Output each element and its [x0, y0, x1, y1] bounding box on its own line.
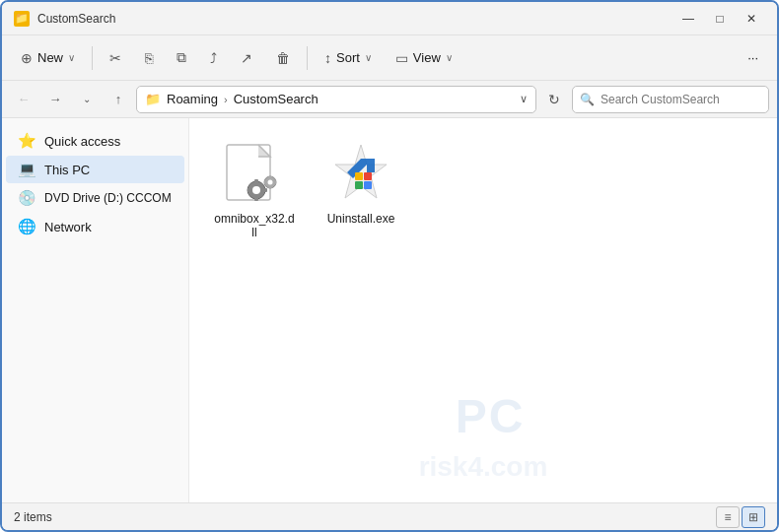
- svg-rect-12: [273, 180, 276, 184]
- path-dropdown-button[interactable]: ∨: [520, 93, 528, 105]
- refresh-button[interactable]: ↻: [540, 86, 568, 113]
- new-label: New: [37, 50, 63, 65]
- svg-rect-17: [355, 181, 363, 189]
- svg-point-2: [252, 186, 260, 194]
- window-title: CustomSearch: [37, 12, 115, 26]
- cut-icon: ✂: [109, 50, 121, 66]
- search-icon: 🔍: [580, 93, 595, 106]
- recent-locations-button[interactable]: ⌄: [73, 86, 101, 113]
- file-item-exe[interactable]: Uninstall.exe: [312, 134, 410, 248]
- new-plus-icon: ⊕: [21, 50, 33, 66]
- new-button[interactable]: ⊕ New ∨: [10, 42, 86, 74]
- address-path[interactable]: 📁 Roaming › CustomSearch ∨: [136, 86, 536, 113]
- svg-rect-18: [364, 181, 372, 189]
- share-button[interactable]: ↗: [230, 42, 263, 74]
- path-segment-roaming: Roaming: [167, 92, 218, 106]
- delete-icon: 🗑: [276, 50, 290, 66]
- svg-rect-9: [268, 176, 272, 179]
- main-area: ⭐ Quick access 💻 This PC 💿 DVD Drive (D:…: [2, 118, 777, 502]
- svg-rect-6: [263, 188, 267, 192]
- title-bar-left: 📁 CustomSearch: [14, 11, 115, 27]
- sidebar-label-dvd-drive: DVD Drive (D:) CCCOM: [44, 191, 172, 205]
- file-area: PC risk4.com: [189, 118, 777, 502]
- path-segment-customsearch: CustomSearch: [234, 92, 319, 106]
- view-chevron-icon: ∨: [446, 52, 453, 63]
- up-button[interactable]: ↑: [105, 86, 132, 113]
- file-item-dll[interactable]: omnibox_x32.dll: [205, 134, 304, 248]
- separator-1: [92, 46, 93, 70]
- exe-file-icon: [329, 143, 392, 206]
- share-icon: ↗: [241, 50, 252, 66]
- svg-point-8: [268, 180, 273, 185]
- delete-button[interactable]: 🗑: [265, 42, 301, 74]
- sidebar-item-this-pc[interactable]: 💻 This PC: [6, 156, 184, 183]
- maximize-button[interactable]: □: [706, 8, 734, 30]
- sidebar: ⭐ Quick access 💻 This PC 💿 DVD Drive (D:…: [2, 118, 189, 502]
- svg-rect-11: [264, 180, 267, 184]
- more-label: ···: [747, 50, 758, 65]
- view-label: View: [413, 50, 441, 65]
- view-button[interactable]: ▭ View ∨: [385, 42, 463, 74]
- sidebar-label-quick-access: Quick access: [44, 134, 120, 149]
- path-arrow-1: ›: [224, 94, 228, 105]
- window-folder-icon: 📁: [14, 11, 30, 27]
- separator-2: [307, 46, 308, 70]
- search-wrapper: 🔍: [572, 86, 769, 113]
- quick-access-icon: ⭐: [18, 132, 36, 150]
- watermark-url: risk4.com: [419, 451, 548, 483]
- sidebar-label-this-pc: This PC: [44, 163, 90, 177]
- dvd-drive-icon: 💿: [18, 189, 36, 207]
- this-pc-icon: 💻: [18, 161, 36, 178]
- title-bar: 📁 CustomSearch — □ ✕: [2, 2, 777, 35]
- sort-label: Sort: [336, 50, 360, 65]
- title-bar-controls: — □ ✕: [674, 8, 765, 30]
- search-input[interactable]: [572, 86, 769, 113]
- move-icon: ⤴: [210, 50, 217, 66]
- exe-icon-svg: [329, 143, 392, 206]
- exe-file-name: Uninstall.exe: [327, 212, 395, 226]
- cut-button[interactable]: ✂: [99, 42, 132, 74]
- svg-rect-10: [268, 185, 272, 188]
- sidebar-label-network: Network: [44, 220, 92, 234]
- watermark-pc: PC: [456, 389, 526, 443]
- forward-button[interactable]: →: [41, 86, 69, 113]
- svg-rect-16: [364, 172, 372, 180]
- svg-rect-3: [254, 179, 258, 183]
- address-bar: ← → ⌄ ↑ 📁 Roaming › CustomSearch ∨ ↻ 🔍: [2, 81, 777, 118]
- svg-marker-13: [335, 145, 387, 198]
- sort-chevron-icon: ∨: [365, 52, 372, 63]
- close-button[interactable]: ✕: [738, 8, 765, 30]
- more-button[interactable]: ···: [737, 42, 769, 74]
- network-icon: 🌐: [18, 218, 36, 235]
- item-count: 2 items: [14, 510, 52, 524]
- copy-icon: ⎘: [145, 50, 153, 66]
- dll-icon-svg: [225, 143, 284, 206]
- sidebar-item-network[interactable]: 🌐 Network: [6, 213, 184, 240]
- view-toggle-buttons: ≡ ⊞: [716, 506, 765, 528]
- sidebar-item-quick-access[interactable]: ⭐ Quick access: [6, 127, 184, 155]
- copy-button[interactable]: ⎘: [134, 42, 164, 74]
- view-icon: ▭: [395, 50, 408, 66]
- dll-file-icon: [223, 143, 286, 206]
- sidebar-item-dvd-drive[interactable]: 💿 DVD Drive (D:) CCCOM: [6, 184, 184, 212]
- dll-file-name: omnibox_x32.dll: [214, 212, 295, 239]
- files-grid: omnibox_x32.dll: [205, 134, 761, 248]
- svg-rect-15: [355, 172, 363, 180]
- sort-icon: ↕: [324, 50, 331, 66]
- sort-button[interactable]: ↕ Sort ∨: [314, 42, 383, 74]
- grid-view-button[interactable]: ⊞: [742, 506, 765, 528]
- paste-button[interactable]: ⧉: [166, 42, 197, 74]
- status-bar: 2 items ≡ ⊞: [2, 502, 777, 530]
- svg-rect-5: [248, 188, 251, 192]
- paste-icon: ⧉: [177, 49, 186, 66]
- list-view-button[interactable]: ≡: [716, 506, 740, 528]
- minimize-button[interactable]: —: [674, 8, 702, 30]
- toolbar: ⊕ New ∨ ✂ ⎘ ⧉ ⤴ ↗ 🗑 ↕ Sort ∨ ▭: [2, 35, 777, 81]
- svg-rect-4: [254, 197, 258, 201]
- window: 📁 CustomSearch — □ ✕ ⊕ New ∨ ✂ ⎘ ⧉ ⤴: [0, 0, 779, 532]
- new-chevron-icon: ∨: [68, 52, 75, 63]
- back-button[interactable]: ←: [10, 86, 37, 113]
- path-folder-icon: 📁: [145, 92, 161, 106]
- move-button[interactable]: ⤴: [199, 42, 228, 74]
